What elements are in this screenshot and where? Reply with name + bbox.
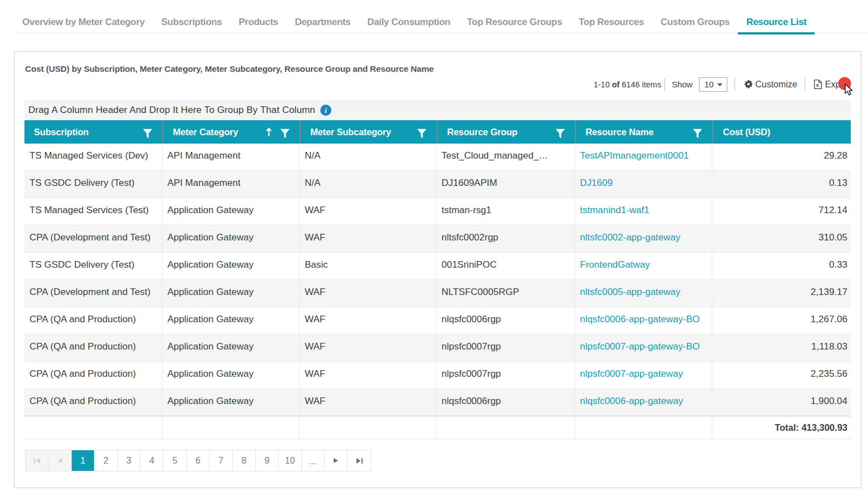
- svg-text:x: x: [816, 82, 819, 88]
- svg-text:i: i: [325, 106, 327, 114]
